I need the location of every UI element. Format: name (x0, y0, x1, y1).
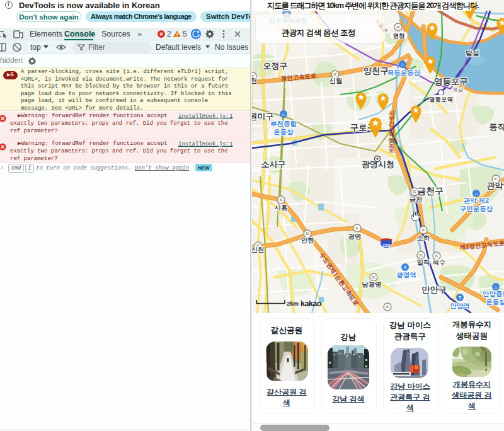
svg-text:염창: 염창 (393, 32, 406, 39)
svg-text:광명역: 광명역 (396, 271, 416, 279)
svg-text:IC: IC (334, 72, 337, 76)
svg-text:금천구: 금천구 (417, 186, 444, 196)
svg-text:IC: IC (435, 254, 438, 258)
svg-text:JC: JC (421, 228, 426, 232)
svg-text:JC: JC (372, 275, 376, 279)
svg-text:구민운동장: 구민운동장 (460, 205, 493, 212)
svg-text:샛강: 샛강 (452, 86, 464, 93)
svg-text:안현: 안현 (301, 236, 314, 244)
svg-text:소사구: 소사구 (261, 159, 286, 169)
svg-text:5: 5 (183, 30, 187, 38)
svg-text:금천: 금천 (410, 195, 423, 203)
svg-text:관악 제2: 관악 제2 (464, 197, 489, 204)
svg-text:남광명: 남광명 (362, 280, 382, 288)
svg-text:♨: ♨ (474, 192, 478, 196)
svg-text:110: 110 (382, 243, 391, 248)
svg-text:오정구: 오정구 (263, 61, 288, 71)
svg-text:IC: IC (280, 198, 283, 202)
svg-text:서부간선지하도로: 서부간선지하도로 (388, 106, 395, 152)
svg-text:운동장: 운동장 (273, 128, 294, 135)
svg-text:T: T (404, 265, 406, 270)
svg-text:IC: IC (356, 226, 359, 230)
svg-text:IC: IC (413, 190, 416, 193)
svg-text:일직: 일직 (417, 258, 430, 266)
svg-text:♨: ♨ (401, 62, 404, 67)
svg-text:소하: 소하 (417, 234, 431, 241)
svg-text:안양역: 안양역 (450, 302, 470, 309)
svg-text:관악역: 관악역 (487, 181, 504, 190)
svg-text:밤섬: 밤섬 (466, 49, 479, 57)
svg-text:영등포역: 영등포역 (429, 96, 453, 103)
svg-text:신월: 신월 (329, 77, 343, 84)
svg-text:광명: 광명 (348, 233, 362, 240)
svg-text:T: T (459, 296, 461, 300)
svg-text:양천구: 양천구 (364, 66, 389, 76)
svg-text:동작구: 동작구 (490, 122, 504, 132)
svg-text:JC: JC (419, 253, 423, 257)
svg-text:영등포구: 영등포구 (434, 77, 468, 86)
svg-text:2: 2 (167, 30, 171, 38)
svg-text:안양종합: 안양종합 (483, 290, 504, 297)
svg-text:시흥: 시흥 (275, 204, 289, 211)
svg-text:IC: IC (386, 305, 389, 309)
svg-text:운동장: 운동장 (486, 298, 504, 306)
svg-text:부천종합: 부천종합 (270, 120, 297, 127)
svg-text:JC: JC (306, 232, 310, 236)
svg-text:2km: 2km (287, 300, 299, 307)
svg-text:♨: ♨ (494, 285, 498, 289)
svg-text:신천: 신천 (252, 246, 265, 253)
svg-text:목동운동장: 목동운동장 (387, 69, 421, 76)
svg-text:석수: 석수 (433, 258, 447, 266)
svg-text:천: 천 (252, 77, 257, 84)
svg-text:♨: ♨ (282, 112, 285, 117)
svg-text:kakao: kakao (301, 299, 322, 308)
svg-text:만안구: 만안구 (422, 285, 447, 294)
svg-text:JC: JC (396, 25, 401, 29)
